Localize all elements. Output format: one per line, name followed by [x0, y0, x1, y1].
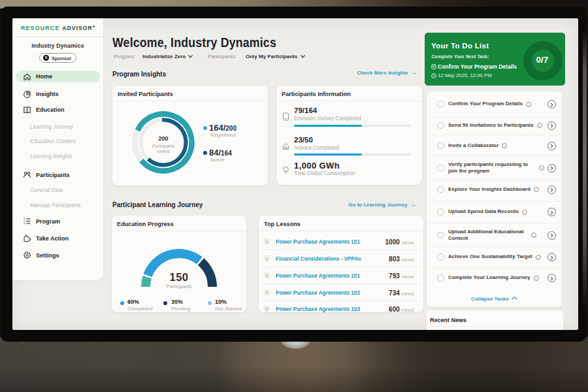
svg-text:Invited: Invited: [157, 149, 170, 154]
svg-text:Participants: Participants: [152, 144, 175, 149]
svg-text:200: 200: [158, 135, 168, 142]
